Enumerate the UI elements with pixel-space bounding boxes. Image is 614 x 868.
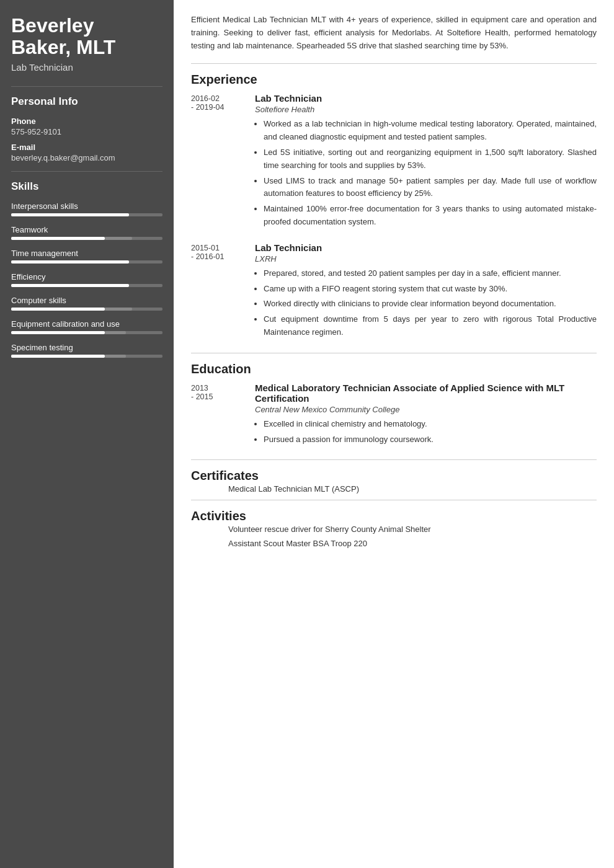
skill-bar-fill (11, 355, 105, 358)
section-divider (191, 459, 597, 460)
edu-school: Central New Mexico Community College (255, 405, 597, 414)
skill-bar-accent (105, 237, 132, 240)
experience-block: 2015-01 - 2016-01Lab TechnicianLXRHPrepa… (191, 242, 597, 342)
skill-item: Equipment calibration and use (11, 319, 162, 334)
exp-bullet: Worked as a lab technician in high-volum… (264, 118, 597, 144)
exp-bullet: Came up with a FIFO reagent storing syst… (264, 283, 597, 296)
exp-bullet: Maintained 100% error-free documentation… (264, 203, 597, 229)
edu-content: Medical Laboratory Technician Associate … (255, 383, 597, 449)
skill-name: Specimen testing (11, 343, 162, 352)
skill-bar-background (11, 260, 162, 264)
exp-bullet: Prepared, stored, and tested 20 patient … (264, 267, 597, 280)
exp-bullet: Used LIMS to track and manage 50+ patien… (264, 175, 597, 201)
skill-name: Efficiency (11, 272, 162, 281)
activities-list: Volunteer rescue driver for Sherry Count… (191, 525, 597, 548)
edu-degree: Medical Laboratory Technician Associate … (255, 383, 597, 404)
exp-company: Soltefiore Health (255, 105, 597, 114)
edu-bullet: Excelled in clinical chemistry and hemat… (264, 418, 597, 431)
edu-bullet: Pursued a passion for immunology coursew… (264, 433, 597, 446)
skill-bar-background (11, 213, 162, 216)
section-divider (191, 63, 597, 64)
email-label: E-mail (11, 143, 162, 152)
skill-item: Specimen testing (11, 343, 162, 358)
skill-name: Teamwork (11, 225, 162, 234)
skill-bar-accent (105, 331, 126, 334)
activities-section-title: Activities (191, 509, 597, 523)
experience-list: 2016-02 - 2019-04Lab TechnicianSoltefior… (191, 93, 597, 341)
skill-bar-fill (11, 237, 105, 240)
exp-date: 2015-01 - 2016-01 (191, 242, 244, 342)
exp-date: 2016-02 - 2019-04 (191, 93, 244, 231)
exp-bullets: Prepared, stored, and tested 20 patient … (255, 267, 597, 339)
skill-bar-background (11, 355, 162, 358)
candidate-title: Lab Technician (11, 62, 162, 73)
skill-bar-fill (11, 308, 105, 311)
summary-text: Efficient Medical Lab Technician MLT wit… (191, 14, 597, 52)
education-block: 2013 - 2015Medical Laboratory Technician… (191, 383, 597, 449)
skill-bar-fill (11, 260, 129, 264)
divider (11, 171, 162, 172)
edu-date: 2013 - 2015 (191, 383, 244, 449)
skill-item: Teamwork (11, 225, 162, 240)
skill-item: Interpersonal skills (11, 202, 162, 216)
skill-bar-background (11, 284, 162, 287)
skill-bar-accent (105, 308, 132, 311)
skills-heading: Skills (11, 180, 162, 193)
education-list: 2013 - 2015Medical Laboratory Technician… (191, 383, 597, 449)
skill-bar-fill (11, 284, 129, 287)
sidebar: Beverley Baker, MLT Lab Technician Perso… (0, 0, 174, 868)
personal-info-heading: Personal Info (11, 95, 162, 108)
candidate-name: Beverley Baker, MLT (11, 15, 162, 58)
email-value: beverley.q.baker@gmail.com (11, 153, 162, 162)
exp-company: LXRH (255, 254, 597, 264)
phone-value: 575-952-9101 (11, 127, 162, 136)
section-divider (191, 353, 597, 353)
exp-job-title: Lab Technician (255, 242, 597, 253)
skill-bar-background (11, 237, 162, 240)
experience-section-title: Experience (191, 73, 597, 87)
skill-name: Time management (11, 249, 162, 258)
skill-item: Computer skills (11, 296, 162, 311)
activity-item: Volunteer rescue driver for Sherry Count… (191, 525, 597, 534)
skills-list: Interpersonal skillsTeamworkTime managem… (11, 202, 162, 358)
certificates-section-title: Certificates (191, 469, 597, 483)
education-section-title: Education (191, 362, 597, 376)
exp-bullets: Worked as a lab technician in high-volum… (255, 118, 597, 228)
skill-name: Equipment calibration and use (11, 319, 162, 329)
skill-bar-background (11, 331, 162, 334)
skill-bar-fill (11, 331, 105, 334)
exp-content: Lab TechnicianLXRHPrepared, stored, and … (255, 242, 597, 342)
skill-item: Time management (11, 249, 162, 264)
skill-name: Computer skills (11, 296, 162, 305)
phone-label: Phone (11, 117, 162, 126)
main-content: Efficient Medical Lab Technician MLT wit… (174, 0, 614, 868)
edu-bullets: Excelled in clinical chemistry and hemat… (255, 418, 597, 446)
skill-bar-background (11, 308, 162, 311)
activity-item: Assistant Scout Master BSA Troop 220 (191, 539, 597, 548)
section-divider (191, 500, 597, 500)
skill-bar-accent (105, 355, 126, 358)
exp-content: Lab TechnicianSoltefiore HealthWorked as… (255, 93, 597, 231)
skill-name: Interpersonal skills (11, 202, 162, 211)
experience-block: 2016-02 - 2019-04Lab TechnicianSoltefior… (191, 93, 597, 231)
exp-bullet: Led 5S initiative, sorting out and reorg… (264, 146, 597, 172)
certificates-list: Medical Lab Technician MLT (ASCP) (191, 484, 597, 494)
exp-job-title: Lab Technician (255, 93, 597, 104)
skill-bar-fill (11, 213, 129, 216)
exp-bullet: Cut equipment downtime from 5 days per y… (264, 313, 597, 339)
exp-bullet: Worked directly with clinicians to provi… (264, 298, 597, 311)
skill-item: Efficiency (11, 272, 162, 287)
divider (11, 86, 162, 87)
certificate-item: Medical Lab Technician MLT (ASCP) (191, 484, 597, 494)
